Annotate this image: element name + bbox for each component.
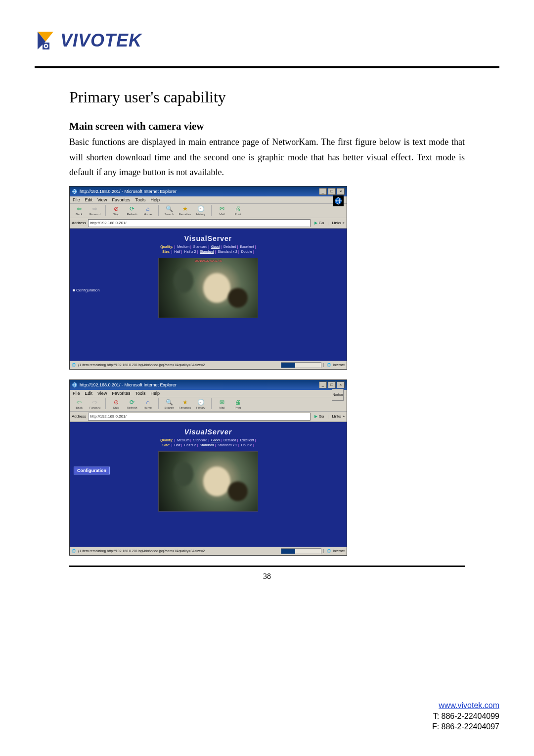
toolbar-history-button[interactable]: 🕘History (194, 205, 207, 216)
quality-detailed[interactable]: Detailed (222, 438, 237, 442)
window-close-button[interactable]: × (337, 381, 345, 388)
toolbar-mail-button[interactable]: ✉Mail (216, 398, 228, 409)
menu-favorites[interactable]: Favorites (112, 391, 130, 396)
toolbar-home-button[interactable]: ⌂Home (141, 398, 154, 409)
size-half[interactable]: Half (173, 250, 181, 253)
menu-file[interactable]: File (73, 391, 80, 396)
go-icon[interactable]: ▶ (314, 221, 317, 225)
window-minimize-button[interactable]: _ (319, 188, 327, 195)
menu-edit[interactable]: Edit (85, 391, 93, 396)
size-standard[interactable]: Standard (199, 250, 215, 253)
section-heading: Main screen with camera view (69, 120, 465, 133)
toolbar-stop-button[interactable]: ⊘Stop (110, 205, 123, 216)
globe-icon: 🌐 (327, 363, 331, 367)
address-input[interactable]: http://192.168.0.201/ (88, 219, 310, 227)
menu-edit[interactable]: Edit (85, 197, 93, 202)
quality-standard[interactable]: Standard (192, 245, 208, 248)
toolbar-forward-button[interactable]: ⇨Forward (89, 205, 101, 216)
page: VIVOTEK Primary user's capability Main s… (0, 0, 534, 756)
size-halfx2[interactable]: Half x 2 (183, 443, 197, 447)
window-title: http://192.168.0.201/ - Microsoft Intern… (80, 382, 319, 387)
visualserver-title: VisualServer (74, 428, 343, 436)
toolbar-back-button[interactable]: ⇦Back (73, 205, 86, 216)
menu-tools[interactable]: Tools (135, 391, 145, 396)
toolbar-favorites-button[interactable]: ★Favorites (178, 205, 191, 216)
footer-rule (69, 566, 465, 567)
address-label: Address (72, 221, 86, 225)
menu-view[interactable]: View (97, 197, 107, 202)
size-halfx2[interactable]: Half x 2 (183, 250, 197, 253)
toolbar-search-button[interactable]: 🔍Search (163, 398, 176, 409)
size-standardx2[interactable]: Standard x 2 (217, 250, 238, 253)
security-zone: 🌐 Internet (323, 549, 345, 553)
quality-medium[interactable]: Medium (176, 438, 190, 442)
quality-detailed[interactable]: Detailed (222, 245, 237, 248)
svg-point-4 (45, 45, 47, 47)
browser-statusbar: 🌐 (1 item remaining) http://192.168.0.20… (70, 547, 347, 555)
window-maximize-button[interactable]: □ (328, 188, 336, 195)
quality-good[interactable]: Good (210, 438, 221, 442)
camera-video-frame (158, 451, 258, 512)
quality-options-row: Quality: | Medium| Standard| Good| Detai… (74, 438, 343, 448)
size-standardx2[interactable]: Standard x 2 (217, 443, 238, 447)
toolbar-stop-button[interactable]: ⊘Stop (110, 398, 123, 409)
page-number: 38 (69, 572, 465, 581)
toolbar-home-button[interactable]: ⌂Home (141, 205, 154, 216)
quality-standard[interactable]: Standard (192, 438, 208, 442)
menu-file[interactable]: File (73, 197, 80, 202)
go-label[interactable]: Go (319, 221, 324, 225)
window-titlebar: http://192.168.0.201/ - Microsoft Intern… (70, 380, 347, 390)
links-label[interactable]: Links (332, 221, 341, 225)
toolbar-mail-button[interactable]: ✉Mail (216, 205, 228, 216)
quality-medium[interactable]: Medium (176, 245, 190, 248)
size-standard[interactable]: Standard (199, 443, 215, 447)
ie-throbber-icon: Norton (332, 389, 344, 401)
quality-excellent[interactable]: Excellent (239, 438, 255, 442)
progress-bar (281, 362, 321, 368)
progress-bar (281, 548, 321, 554)
menu-favorites[interactable]: Favorites (112, 197, 130, 202)
menu-view[interactable]: View (97, 391, 107, 396)
menu-tools[interactable]: Tools (135, 197, 145, 202)
window-maximize-button[interactable]: □ (328, 381, 336, 388)
size-half[interactable]: Half (173, 443, 181, 447)
toolbar-refresh-button[interactable]: ⟳Refresh (126, 398, 138, 409)
go-icon[interactable]: ▶ (314, 414, 317, 419)
ie-app-icon (72, 189, 78, 194)
size-double[interactable]: Double (240, 443, 253, 447)
visualserver-title: VisualServer (74, 235, 343, 242)
status-icon: 🌐 (72, 549, 76, 553)
menu-help[interactable]: Help (150, 197, 160, 202)
browser-toolbar: ⇦Back ⇨Forward ⊘Stop ⟳Refresh ⌂Home 🔍Sea… (70, 204, 347, 218)
links-label[interactable]: Links (332, 414, 341, 419)
go-label[interactable]: Go (319, 414, 324, 419)
browser-menubar: File Edit View Favorites Tools Help (70, 390, 347, 397)
toolbar-search-button[interactable]: 🔍Search (163, 205, 176, 216)
toolbar-favorites-button[interactable]: ★Favorites (178, 398, 191, 409)
toolbar-print-button[interactable]: 🖨Print (231, 398, 244, 409)
video-timestamp: 2001/08/30 09:21:45 (159, 259, 258, 262)
header-rule (35, 66, 499, 68)
status-text: (1 item remaining) http://192.168.0.201/… (78, 549, 279, 553)
footer-tel: T: 886-2-22404099 (433, 712, 499, 720)
window-close-button[interactable]: × (337, 188, 345, 195)
footer-fax: F: 886-2-22404097 (432, 722, 499, 731)
toolbar-print-button[interactable]: 🖨Print (231, 205, 244, 216)
browser-statusbar: 🌐 (1 item remaining) http://192.168.0.20… (70, 361, 347, 369)
window-minimize-button[interactable]: _ (319, 381, 327, 388)
configuration-button[interactable]: Configuration (74, 467, 110, 474)
quality-good[interactable]: Good (210, 245, 221, 248)
page-heading: Primary user's capability (69, 88, 465, 106)
window-titlebar: http://192.168.0.201/ - Microsoft Intern… (70, 187, 347, 196)
address-input[interactable]: http://192.168.0.201/ (88, 413, 310, 421)
menu-help[interactable]: Help (150, 391, 160, 396)
toolbar-forward-button[interactable]: ⇨Forward (89, 398, 101, 409)
size-double[interactable]: Double (240, 250, 253, 253)
toolbar-history-button[interactable]: 🕘History (194, 398, 207, 409)
configuration-link-text[interactable]: Configuration (73, 288, 100, 292)
page-client-area: VisualServer Quality: | Medium| Standard… (70, 229, 347, 361)
toolbar-back-button[interactable]: ⇦Back (73, 398, 86, 409)
quality-excellent[interactable]: Excellent (239, 245, 255, 248)
footer-link[interactable]: www.vivotek.com (439, 701, 499, 709)
toolbar-refresh-button[interactable]: ⟳Refresh (126, 205, 138, 216)
